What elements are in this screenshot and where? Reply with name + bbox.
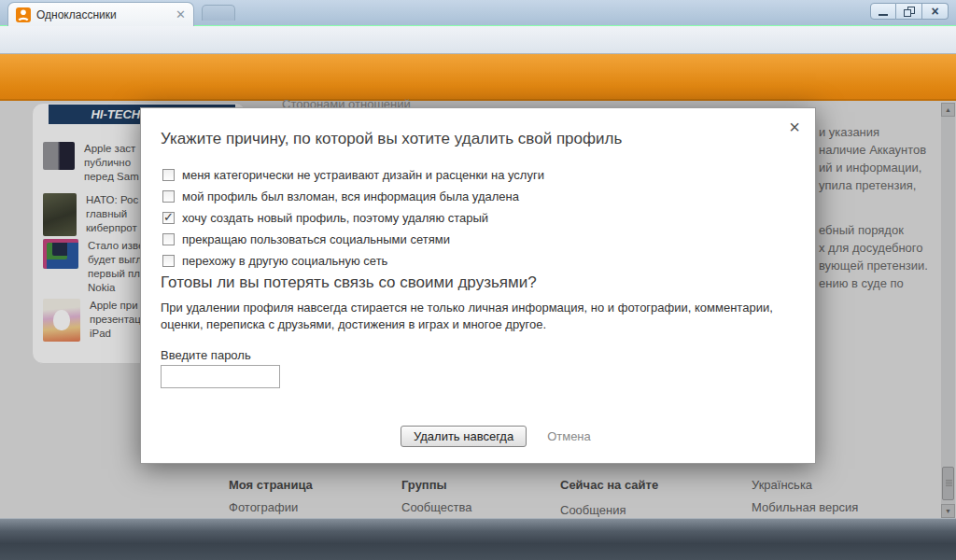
news-thumbnail <box>43 299 80 342</box>
regulations-text-fragment: ебный порядок х для досудебного вующей п… <box>819 221 928 292</box>
footer-header[interactable]: Сейчас на сайте <box>560 478 658 492</box>
delete-forever-button[interactable]: Удалить навсегда <box>401 426 527 447</box>
footer-header[interactable]: Моя страница <box>229 478 313 492</box>
dialog-subtitle: Готовы ли вы потерять связь со своими др… <box>161 273 537 292</box>
window-minimize-button[interactable] <box>870 3 896 20</box>
reason-option[interactable]: меня категорически не устраивают дизайн … <box>162 164 544 186</box>
scroll-up-arrow[interactable]: ▲ <box>941 103 955 117</box>
ok-favicon <box>16 7 31 22</box>
password-field[interactable] <box>161 365 280 388</box>
dialog-title: Укажите причину, по которой вы хотите уд… <box>161 130 622 148</box>
minimize-icon <box>879 14 888 16</box>
scrollbar-thumb[interactable] <box>942 467 954 500</box>
footer-link[interactable]: Сообщества <box>401 500 472 514</box>
close-icon: × <box>931 5 938 18</box>
news-thumbnail <box>43 239 78 269</box>
browser-titlebar: Одноклассники ✕ × <box>0 0 956 26</box>
checkbox[interactable] <box>162 169 175 181</box>
dialog-close-icon[interactable]: × <box>789 118 800 136</box>
restore-icon <box>904 7 915 17</box>
reason-list: меня категорически не устраивают дизайн … <box>162 164 544 272</box>
window-restore-button[interactable] <box>896 3 922 20</box>
dialog-warning-text: При удалении профиля навсегда стирается … <box>161 300 792 333</box>
reason-option[interactable]: хочу создать новый профиль, поэтому удал… <box>162 207 544 229</box>
checkbox[interactable] <box>162 190 175 203</box>
news-thumbnail <box>43 142 75 170</box>
page-scrollbar[interactable]: ▲ ▼ <box>941 103 955 518</box>
footer-link[interactable]: Фотографии <box>229 500 313 514</box>
footer-col-lang: Українська Мобильная версия <box>752 478 858 514</box>
footer-col-online: Сейчас на сайте Сообщения <box>560 478 658 517</box>
scroll-down-arrow[interactable]: ▼ <box>941 504 955 518</box>
regulations-text-fragment: и указания наличие Аккаунтов ий и информ… <box>819 123 926 194</box>
delete-profile-dialog: × Укажите причину, по которой вы хотите … <box>140 107 816 464</box>
password-label: Введите пароль <box>161 348 251 362</box>
reason-option[interactable]: мой профиль был взломан, вся информация … <box>162 186 544 207</box>
window-close-button[interactable]: × <box>922 3 949 20</box>
footer-header[interactable]: Группы <box>401 478 472 492</box>
checkbox[interactable] <box>162 255 175 267</box>
checkbox[interactable] <box>162 212 175 224</box>
news-thumbnail <box>43 193 77 236</box>
reason-option[interactable]: прекращаю пользоваться социальными сетям… <box>162 229 544 250</box>
checkbox[interactable] <box>162 233 175 245</box>
windows-taskbar: S EN ▲ 15:14 21.10.2012 <box>0 518 956 560</box>
new-tab-button[interactable] <box>202 5 235 21</box>
footer-link[interactable]: Мобильная версия <box>752 500 858 514</box>
footer-link[interactable]: Українська <box>752 478 858 492</box>
tab-title: Одноклассники <box>36 8 170 21</box>
browser-tab[interactable]: Одноклассники ✕ <box>7 2 194 26</box>
footer-col-groups: Группы Сообщества <box>401 478 472 514</box>
footer-col-my-page: Моя страница Фотографии <box>229 478 313 514</box>
browser-toolbar: ← → ↻ ⌂ www.odnoklassniki.ru/regulations… <box>0 26 956 54</box>
cancel-link[interactable]: Отмена <box>547 429 591 443</box>
footer-link[interactable]: Сообщения <box>560 503 658 517</box>
tab-close-icon[interactable]: ✕ <box>176 8 186 21</box>
reason-option[interactable]: перехожу в другую социальную сеть <box>162 250 544 272</box>
ok-navbar: моя страница Сообщения Обсуждения Оповещ… <box>0 54 956 101</box>
